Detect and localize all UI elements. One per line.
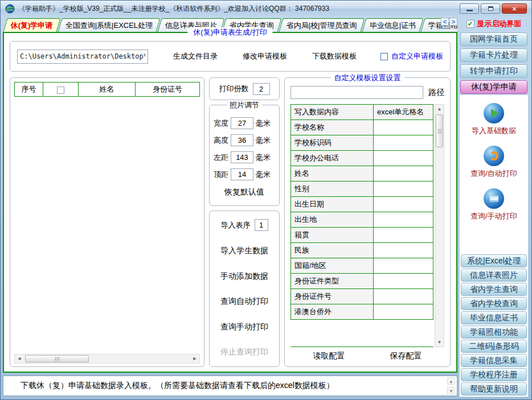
output-path-input[interactable] (17, 50, 148, 64)
sidebar-item-help-update[interactable]: 帮助更新说明 (461, 382, 527, 395)
sidebar-item-leave-application-active[interactable]: 休(复)学申请 (460, 80, 527, 94)
tab-leave-application[interactable]: 休(复)学申请 (3, 18, 61, 32)
config-cell-input[interactable] (374, 166, 433, 182)
col-name: 姓名 (79, 83, 136, 97)
sidebar-item-province-student-query[interactable]: 省内学生查询 (461, 283, 527, 296)
show-startup-checkbox[interactable]: ✔ 显示启动界面 (459, 17, 529, 31)
photo-height-row: 高度 毫米 (214, 134, 275, 146)
photo-width-input[interactable] (231, 117, 253, 129)
custom-template-checkbox[interactable]: 自定义申请模板 (380, 51, 443, 61)
config-row: 身份证件类型 (291, 274, 433, 289)
status-note: 下载休（复）申请基础数据录入模板。（所需要基础数据请查看下载后的excel数据模… (3, 376, 457, 396)
print-copies-label: 打印份数 (219, 84, 249, 94)
query-manual-print-label: 查询/手动打印 (470, 211, 517, 221)
sidebar-bottom-buttons: 系统|Excel处理 信息详表照片 省内学生查询 省内学校查询 毕业信息证书 学… (460, 254, 528, 397)
config-cell-input[interactable] (374, 289, 433, 304)
import-base-data-action[interactable]: 导入基础数据 (472, 103, 516, 136)
tab-province-admin-query[interactable]: 省内局|校|管理员查询 (279, 18, 365, 32)
sidebar-item-transfer-print[interactable]: 转学申请打印 (460, 64, 527, 78)
sidebar-item-card-processing[interactable]: 学籍卡片处理 (460, 48, 527, 62)
photo-top-input[interactable] (231, 168, 253, 180)
sidebar-item-graduation-cert[interactable]: 毕业信息证书 (461, 311, 527, 324)
sidebar-item-photo-function[interactable]: 学籍照相功能 (461, 325, 527, 339)
col-id-number: 身份证号 (136, 83, 200, 97)
hscroll-thumb[interactable] (25, 355, 89, 362)
config-cell-input[interactable] (374, 228, 433, 243)
show-startup-checkbox-box[interactable]: ✔ (466, 20, 474, 28)
path-toolbar: 生成文件目录 修改申请模板 下载数据模板 自定义申请模板 (10, 41, 451, 72)
tab-scroll-left-icon[interactable]: < (441, 18, 449, 26)
save-config-button[interactable]: 保存配置 (367, 351, 444, 361)
custom-template-checkbox-box[interactable] (380, 53, 388, 60)
note-scroll-down-icon[interactable]: ▼ (447, 387, 455, 394)
config-cell-input[interactable] (374, 120, 433, 135)
sidebar-item-national-homepage[interactable]: 国网学籍首页 (460, 32, 527, 46)
vscroll-up-icon[interactable]: ▲ (437, 105, 442, 113)
query-manual-print-action[interactable]: 查询/手动打印 (470, 188, 517, 221)
select-all-checkbox[interactable] (57, 86, 64, 94)
tab-scrollers: < > (441, 18, 457, 26)
config-cell-input[interactable] (374, 212, 433, 228)
tab-national-query[interactable]: 全国查询|系统|EXCEL处理 (58, 18, 160, 32)
hscroll-left-icon[interactable]: ◄ (15, 354, 24, 363)
config-row: 籍贯 (291, 228, 433, 243)
sidebar-item-system-excel[interactable]: 系统|Excel处理 (461, 254, 527, 267)
config-cell-input[interactable] (374, 197, 433, 212)
tab-scroll-right-icon[interactable]: > (449, 18, 457, 26)
query-manual-print-icon (484, 188, 504, 209)
minimize-button[interactable] (460, 3, 479, 14)
close-icon: × (512, 5, 517, 13)
photo-left-input[interactable] (231, 151, 253, 163)
sidebar-item-qrcode-barcode[interactable]: 二维码|条形码 (461, 340, 527, 353)
config-col1-header: 写入数据内容 (291, 105, 374, 120)
config-cell-input[interactable] (374, 135, 433, 151)
photo-height-input[interactable] (231, 134, 253, 146)
template-path-row: 路径 (290, 86, 444, 99)
restore-defaults-button[interactable]: 恢复默认值 (214, 187, 275, 197)
config-cell-input[interactable] (374, 304, 433, 320)
config-cell-input[interactable] (374, 243, 433, 258)
tab-graduation-cert[interactable]: 毕业信息|证书 (362, 18, 423, 32)
config-cell-input[interactable] (374, 274, 433, 289)
manual-add-data-button[interactable]: 手动添加数据 (213, 271, 276, 282)
minimize-icon (466, 10, 473, 11)
status-note-text: 下载休（复）申请基础数据录入模板。（所需要基础数据请查看下载后的excel数据模… (21, 381, 334, 391)
vscroll-thumb[interactable] (436, 114, 443, 147)
student-table-header-row: 序号 姓名 身份证号 (15, 83, 200, 97)
sidebar-action-area: 导入基础数据 查询/自动打印 查询/手动打印 系统|Excel处理 信息详表照片… (459, 95, 529, 397)
generate-directory-button[interactable]: 生成文件目录 (173, 51, 218, 61)
student-table-hscrollbar[interactable]: ◄ ► (14, 354, 200, 364)
vscroll-down-icon[interactable]: ▼ (437, 338, 442, 347)
config-table-vscrollbar[interactable]: ▲ ▼ (435, 104, 444, 347)
config-cell-input[interactable] (374, 258, 433, 274)
maximize-button[interactable] (481, 3, 500, 14)
photo-adjust-title: 照片调节 (227, 100, 262, 110)
close-button[interactable]: × (502, 3, 527, 14)
col-select (43, 83, 79, 97)
custom-template-label: 自定义申请模板 (391, 51, 443, 61)
sidebar-item-province-school-query[interactable]: 省内学校查询 (461, 297, 527, 310)
sidebar-item-school-register[interactable]: 学校程序注册 (461, 368, 527, 381)
query-auto-print-button[interactable]: 查询自动打印 (213, 296, 276, 307)
read-config-button[interactable]: 读取配置 (290, 351, 367, 361)
query-auto-print-action[interactable]: 查询/自动打印 (470, 146, 517, 179)
import-student-data-button[interactable]: 导入学生数据 (213, 246, 276, 256)
hscroll-right-icon[interactable]: ► (190, 354, 199, 363)
import-sheet-input[interactable] (255, 219, 268, 231)
config-cell-input[interactable] (374, 182, 433, 197)
query-manual-print-button[interactable]: 查询手动打印 (213, 322, 276, 332)
stop-query-print-button[interactable]: 停止查询打印 (213, 347, 276, 357)
config-cell-input[interactable] (374, 151, 433, 166)
print-copies-input[interactable] (253, 83, 270, 95)
config-row: 港澳台侨外 (291, 304, 433, 320)
modify-template-button[interactable]: 修改申请模板 (243, 51, 287, 61)
download-template-button[interactable]: 下载数据模板 (312, 51, 357, 61)
note-scroll-up-icon[interactable]: ▲ (447, 377, 455, 385)
maximize-icon (488, 6, 493, 11)
sidebar-item-info-detail-photo[interactable]: 信息详表照片 (461, 269, 527, 282)
template-path-input[interactable] (290, 86, 423, 99)
config-col2-header: excel单元格名 (374, 105, 433, 120)
sidebar-item-info-collection[interactable]: 学籍信息采集 (461, 354, 527, 367)
show-startup-label: 显示启动界面 (477, 19, 522, 29)
photo-left-unit: 毫米 (256, 152, 271, 163)
